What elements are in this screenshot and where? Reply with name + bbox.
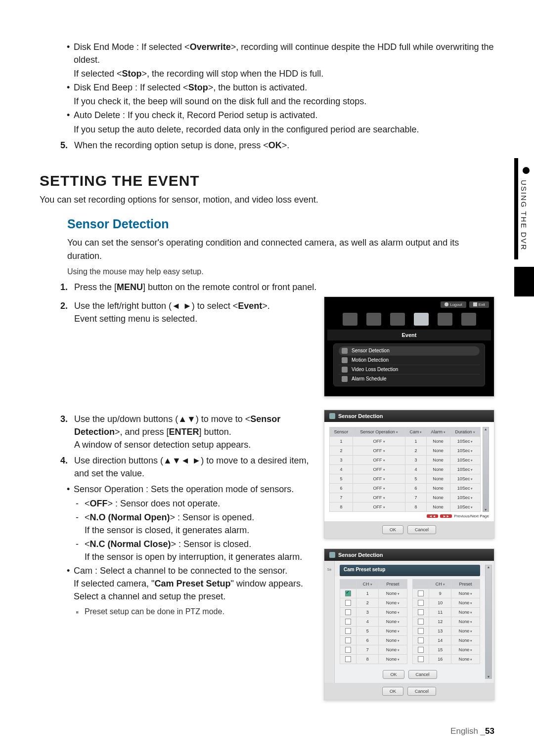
cell-checkbox[interactable]	[340, 607, 356, 617]
col-ch[interactable]: CH	[356, 579, 379, 588]
menu-icon[interactable]	[366, 313, 381, 326]
scrollbar[interactable]: ▲▼	[485, 565, 492, 679]
cancel-button[interactable]: Cancel	[408, 670, 437, 679]
menu-icon[interactable]	[438, 313, 452, 326]
next-page-button[interactable]: ►►	[440, 514, 452, 518]
cell-preset[interactable]: None	[451, 635, 480, 645]
subsection-heading: Sensor Detection	[67, 217, 494, 231]
cell-preset[interactable]: None	[451, 645, 480, 654]
cell-checkbox[interactable]	[413, 607, 429, 617]
cell-checkbox[interactable]	[413, 626, 429, 635]
cell-cam[interactable]: 2	[405, 446, 426, 455]
scroll-up-icon[interactable]: ▲	[484, 427, 488, 431]
menu-icon-row	[327, 311, 491, 330]
cell-operation[interactable]: OFF	[353, 493, 405, 502]
scroll-up-icon[interactable]: ▲	[487, 565, 490, 569]
cell-cam[interactable]: 8	[405, 502, 426, 511]
cell-preset[interactable]: None	[451, 588, 480, 598]
col-duration[interactable]: Duration	[450, 427, 480, 436]
cell-checkbox[interactable]	[340, 598, 356, 607]
cell-duration[interactable]: 10Sec	[450, 455, 480, 464]
cell-checkbox[interactable]	[340, 626, 356, 635]
cell-alarm[interactable]: None	[426, 493, 450, 502]
cell-duration[interactable]: 10Sec	[450, 436, 480, 446]
cell-cam[interactable]: 3	[405, 455, 426, 464]
cell-preset[interactable]: None	[378, 645, 407, 654]
submenu-video-loss-detection[interactable]: Video Loss Detection	[339, 365, 480, 375]
cell-checkbox[interactable]	[340, 654, 356, 664]
cell-operation[interactable]: OFF	[353, 483, 405, 493]
cell-duration[interactable]: 10Sec	[450, 446, 480, 455]
cell-checkbox[interactable]	[413, 645, 429, 654]
cell-preset[interactable]: None	[378, 654, 407, 664]
col-ch[interactable]: CH	[429, 579, 451, 588]
cell-alarm[interactable]: None	[426, 446, 450, 455]
logout-button[interactable]: Logout	[441, 301, 466, 308]
scroll-down-icon[interactable]: ▼	[484, 508, 488, 511]
cell-operation[interactable]: OFF	[353, 464, 405, 474]
cell-operation[interactable]: OFF	[353, 455, 405, 464]
submenu-alarm-schedule[interactable]: Alarm Schedule	[339, 375, 480, 383]
menu-icon[interactable]	[461, 313, 476, 326]
submenu-sensor-detection[interactable]: Sensor Detection	[339, 346, 480, 356]
cell-preset[interactable]: None	[451, 654, 480, 664]
cell-checkbox[interactable]	[413, 588, 429, 598]
cell-cam[interactable]: 1	[405, 436, 426, 446]
menu-icon[interactable]	[414, 313, 429, 326]
cell-preset[interactable]: None	[451, 598, 480, 607]
cell-checkbox[interactable]	[413, 654, 429, 664]
cell-operation[interactable]: OFF	[353, 446, 405, 455]
cell-cam[interactable]: 4	[405, 464, 426, 474]
scrollbar[interactable]: ▲▼	[483, 427, 489, 512]
scroll-down-icon[interactable]: ▼	[487, 675, 490, 678]
menu-icon[interactable]	[390, 313, 405, 326]
cell-alarm[interactable]: None	[426, 464, 450, 474]
cell-alarm[interactable]: None	[426, 474, 450, 483]
exit-button[interactable]: Exit	[469, 301, 489, 308]
cell-checkbox[interactable]	[340, 645, 356, 654]
cell-preset[interactable]: None	[451, 626, 480, 635]
cell-preset[interactable]: None	[451, 617, 480, 626]
cell-preset[interactable]: None	[378, 598, 407, 607]
cell-cam[interactable]: 7	[405, 493, 426, 502]
prev-page-button[interactable]: ◄◄	[427, 514, 439, 518]
cell-checkbox[interactable]	[340, 588, 356, 598]
cell-alarm[interactable]: None	[426, 436, 450, 446]
cancel-button[interactable]: Cancel	[407, 687, 436, 696]
cell-alarm[interactable]: None	[426, 502, 450, 511]
col-sensor-operation[interactable]: Sensor Operation	[353, 427, 405, 436]
submenu-motion-detection[interactable]: Motion Detection	[339, 356, 480, 365]
cell-preset[interactable]: None	[378, 607, 407, 617]
menu-icon[interactable]	[343, 313, 357, 326]
cell-alarm[interactable]: None	[426, 483, 450, 493]
cell-preset[interactable]: None	[451, 607, 480, 617]
cell-duration[interactable]: 10Sec	[450, 483, 480, 493]
ok-button[interactable]: OK	[382, 687, 403, 696]
cell-preset[interactable]: None	[378, 626, 407, 635]
cell-duration[interactable]: 10Sec	[450, 493, 480, 502]
cell-alarm[interactable]: None	[426, 455, 450, 464]
cell-checkbox[interactable]	[340, 635, 356, 645]
cell-checkbox[interactable]	[413, 635, 429, 645]
ok-button[interactable]: OK	[383, 670, 404, 679]
cell-duration[interactable]: 10Sec	[450, 502, 480, 511]
col-cam[interactable]: Cam	[405, 427, 426, 436]
cancel-button[interactable]: Cancel	[407, 525, 436, 534]
col-alarm[interactable]: Alarm	[426, 427, 450, 436]
cell-preset[interactable]: None	[378, 617, 407, 626]
cell-operation[interactable]: OFF	[353, 502, 405, 511]
cell-operation[interactable]: OFF	[353, 436, 405, 446]
cell-checkbox[interactable]	[413, 617, 429, 626]
step-5: 5. When the recording option setup is do…	[60, 139, 494, 152]
cell-preset[interactable]: None	[378, 635, 407, 645]
cell-preset[interactable]: None	[378, 588, 407, 598]
cell-cam[interactable]: 6	[405, 483, 426, 493]
exit-icon	[473, 302, 477, 306]
cell-duration[interactable]: 10Sec	[450, 474, 480, 483]
cell-duration[interactable]: 10Sec	[450, 464, 480, 474]
cell-checkbox[interactable]	[413, 598, 429, 607]
ok-button[interactable]: OK	[382, 525, 403, 534]
cell-cam[interactable]: 5	[405, 474, 426, 483]
cell-checkbox[interactable]	[340, 617, 356, 626]
cell-operation[interactable]: OFF	[353, 474, 405, 483]
